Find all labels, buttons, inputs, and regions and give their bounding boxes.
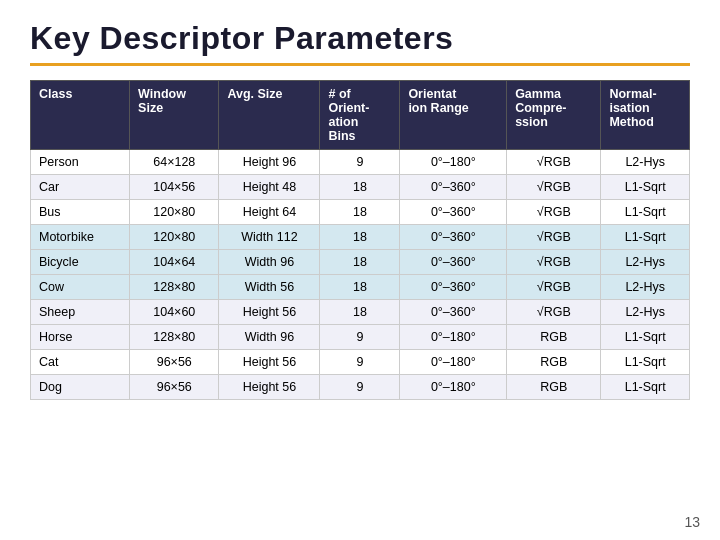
cell-orient: 0°–360° xyxy=(400,175,507,200)
cell-avg-size: Width 112 xyxy=(219,225,320,250)
cell-norm: L1-Sqrt xyxy=(601,175,690,200)
cell-bins: 9 xyxy=(320,325,400,350)
cell-class: Horse xyxy=(31,325,130,350)
cell-norm: L2-Hys xyxy=(601,150,690,175)
cell-gamma: √RGB xyxy=(507,150,601,175)
title-underline xyxy=(30,63,690,66)
cell-norm: L2-Hys xyxy=(601,275,690,300)
cell-avg-size: Height 96 xyxy=(219,150,320,175)
cell-norm: L1-Sqrt xyxy=(601,225,690,250)
col-bins: # ofOrient-ationBins xyxy=(320,81,400,150)
cell-norm: L1-Sqrt xyxy=(601,350,690,375)
cell-bins: 18 xyxy=(320,225,400,250)
cell-class: Cow xyxy=(31,275,130,300)
cell-gamma: √RGB xyxy=(507,300,601,325)
cell-avg-size: Height 56 xyxy=(219,350,320,375)
cell-bins: 18 xyxy=(320,250,400,275)
cell-window: 128×80 xyxy=(130,275,219,300)
table-header-row: Class WindowSize Avg. Size # ofOrient-at… xyxy=(31,81,690,150)
cell-orient: 0°–360° xyxy=(400,200,507,225)
cell-window: 64×128 xyxy=(130,150,219,175)
cell-norm: L2-Hys xyxy=(601,300,690,325)
cell-class: Person xyxy=(31,150,130,175)
col-orient: Orientation Range xyxy=(400,81,507,150)
cell-bins: 9 xyxy=(320,150,400,175)
cell-window: 104×56 xyxy=(130,175,219,200)
table-row: Bicycle104×64Width 96180°–360°√RGBL2-Hys xyxy=(31,250,690,275)
cell-avg-size: Height 56 xyxy=(219,300,320,325)
cell-orient: 0°–180° xyxy=(400,325,507,350)
cell-orient: 0°–180° xyxy=(400,150,507,175)
table-row: Motorbike120×80Width 112180°–360°√RGBL1-… xyxy=(31,225,690,250)
cell-gamma: √RGB xyxy=(507,250,601,275)
cell-bins: 9 xyxy=(320,375,400,400)
cell-class: Car xyxy=(31,175,130,200)
cell-avg-size: Height 48 xyxy=(219,175,320,200)
cell-window: 120×80 xyxy=(130,225,219,250)
slide-title: Key Descriptor Parameters xyxy=(30,20,690,57)
cell-window: 120×80 xyxy=(130,200,219,225)
cell-class: Dog xyxy=(31,375,130,400)
cell-norm: L1-Sqrt xyxy=(601,200,690,225)
cell-gamma: √RGB xyxy=(507,175,601,200)
cell-avg-size: Height 56 xyxy=(219,375,320,400)
cell-class: Cat xyxy=(31,350,130,375)
cell-orient: 0°–360° xyxy=(400,275,507,300)
cell-window: 104×60 xyxy=(130,300,219,325)
table-row: Sheep104×60Height 56180°–360°√RGBL2-Hys xyxy=(31,300,690,325)
page-number: 13 xyxy=(684,514,700,530)
cell-avg-size: Height 64 xyxy=(219,200,320,225)
cell-norm: L1-Sqrt xyxy=(601,325,690,350)
cell-gamma: RGB xyxy=(507,350,601,375)
cell-orient: 0°–360° xyxy=(400,225,507,250)
table-row: Horse128×80Width 9690°–180°RGBL1-Sqrt xyxy=(31,325,690,350)
cell-orient: 0°–360° xyxy=(400,250,507,275)
slide: Key Descriptor Parameters Class WindowSi… xyxy=(0,0,720,540)
col-norm: Normal-isationMethod xyxy=(601,81,690,150)
table-row: Cow128×80Width 56180°–360°√RGBL2-Hys xyxy=(31,275,690,300)
cell-gamma: √RGB xyxy=(507,275,601,300)
cell-bins: 9 xyxy=(320,350,400,375)
cell-orient: 0°–180° xyxy=(400,350,507,375)
cell-class: Bus xyxy=(31,200,130,225)
cell-gamma: √RGB xyxy=(507,200,601,225)
table-row: Person64×128Height 9690°–180°√RGBL2-Hys xyxy=(31,150,690,175)
cell-avg-size: Width 96 xyxy=(219,250,320,275)
cell-avg-size: Width 96 xyxy=(219,325,320,350)
cell-bins: 18 xyxy=(320,300,400,325)
cell-gamma: √RGB xyxy=(507,225,601,250)
cell-avg-size: Width 56 xyxy=(219,275,320,300)
cell-orient: 0°–180° xyxy=(400,375,507,400)
cell-bins: 18 xyxy=(320,200,400,225)
table-row: Cat96×56Height 5690°–180°RGBL1-Sqrt xyxy=(31,350,690,375)
cell-bins: 18 xyxy=(320,175,400,200)
cell-gamma: RGB xyxy=(507,375,601,400)
cell-orient: 0°–360° xyxy=(400,300,507,325)
parameters-table: Class WindowSize Avg. Size # ofOrient-at… xyxy=(30,80,690,400)
cell-window: 96×56 xyxy=(130,350,219,375)
col-gamma: GammaCompre-ssion xyxy=(507,81,601,150)
cell-class: Motorbike xyxy=(31,225,130,250)
cell-window: 104×64 xyxy=(130,250,219,275)
table-row: Bus120×80Height 64180°–360°√RGBL1-Sqrt xyxy=(31,200,690,225)
cell-norm: L2-Hys xyxy=(601,250,690,275)
table-row: Dog96×56Height 5690°–180°RGBL1-Sqrt xyxy=(31,375,690,400)
col-window: WindowSize xyxy=(130,81,219,150)
cell-class: Sheep xyxy=(31,300,130,325)
cell-window: 96×56 xyxy=(130,375,219,400)
cell-norm: L1-Sqrt xyxy=(601,375,690,400)
cell-gamma: RGB xyxy=(507,325,601,350)
table-row: Car104×56Height 48180°–360°√RGBL1-Sqrt xyxy=(31,175,690,200)
cell-bins: 18 xyxy=(320,275,400,300)
col-class: Class xyxy=(31,81,130,150)
cell-class: Bicycle xyxy=(31,250,130,275)
cell-window: 128×80 xyxy=(130,325,219,350)
col-avg-size: Avg. Size xyxy=(219,81,320,150)
